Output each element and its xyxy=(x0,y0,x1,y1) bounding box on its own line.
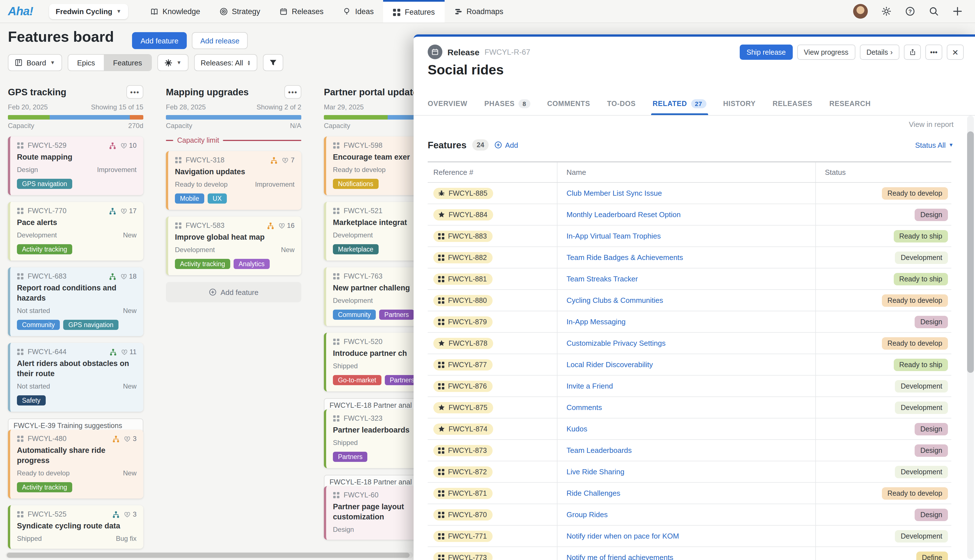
feature-ref-pill[interactable]: FWCYL-882 xyxy=(433,252,493,263)
tag[interactable]: Activity tracking xyxy=(17,482,72,492)
avatar[interactable] xyxy=(853,4,868,18)
feature-ref-pill[interactable]: FWCYL-871 xyxy=(433,488,493,499)
feature-ref-pill[interactable]: FWCYL-872 xyxy=(433,466,493,477)
column-menu-button[interactable]: ••• xyxy=(284,85,301,99)
feature-link[interactable]: Group Rides xyxy=(566,510,608,519)
feature-card[interactable]: FWCYL-644#11 Alert riders about obstacle… xyxy=(8,343,143,412)
status-badge[interactable]: Ready to ship xyxy=(893,273,948,285)
tab-phases[interactable]: PHASES8 xyxy=(484,92,530,115)
filter-button[interactable] xyxy=(263,54,284,71)
tab-comments[interactable]: COMMENTS xyxy=(547,92,590,115)
tag[interactable]: Partners xyxy=(379,310,414,320)
feature-ref-pill[interactable]: FWCYL-879 xyxy=(433,316,493,327)
feature-ref-pill[interactable]: FWCYL-881 xyxy=(433,273,493,285)
board-settings-button[interactable]: ▼ xyxy=(157,54,188,71)
details-button[interactable]: Details› xyxy=(860,45,899,60)
feature-link[interactable]: In-App Virtual Team Trophies xyxy=(566,232,661,240)
feature-link[interactable]: Notify rider when on pace for KOM xyxy=(566,532,679,540)
tag[interactable]: Analytics xyxy=(234,259,270,269)
feature-link[interactable]: Customizable Privacy Settings xyxy=(566,339,666,347)
more-options-button[interactable]: ••• xyxy=(925,45,942,60)
tab-related[interactable]: RELATED27 xyxy=(653,92,706,115)
tag[interactable]: Community xyxy=(333,310,376,320)
status-badge[interactable]: Development xyxy=(895,530,948,542)
horizontal-scrollbar-thumb[interactable] xyxy=(7,553,410,558)
status-badge[interactable]: Design xyxy=(915,208,948,221)
feature-link[interactable]: Club Member List Sync Issue xyxy=(566,189,662,197)
tag[interactable]: Community xyxy=(17,320,60,330)
feature-ref-pill[interactable]: FWCYL-874 xyxy=(433,423,493,435)
close-icon[interactable]: ✕ xyxy=(947,45,964,60)
status-badge[interactable]: Design xyxy=(915,423,948,435)
feature-ref-pill[interactable]: FWCYL-870 xyxy=(433,509,493,520)
nav-item-features[interactable]: Features xyxy=(383,0,445,23)
status-badge[interactable]: Development xyxy=(895,401,948,414)
feature-card[interactable]: FWCYL-583#16 Improve global heat map Dev… xyxy=(166,217,301,275)
tag[interactable]: Safety xyxy=(17,395,45,405)
feature-link[interactable]: Monthly Leaderboard Reset Option xyxy=(566,210,681,219)
view-selector-board[interactable]: Board ▼ xyxy=(8,54,62,71)
nav-item-roadmaps[interactable]: Roadmaps xyxy=(444,0,513,23)
feature-link[interactable]: Team Ride Badges & Achievements xyxy=(566,253,683,262)
feature-ref-pill[interactable]: FWCYL-877 xyxy=(433,359,493,370)
toggle-epics[interactable]: Epics xyxy=(68,55,104,70)
feature-ref-pill[interactable]: FWCYL-884 xyxy=(433,209,493,220)
add-feature-ghost-button[interactable]: Add feature xyxy=(166,282,301,302)
status-badge[interactable]: Design xyxy=(915,444,948,457)
feature-ref-pill[interactable]: FWCYL-876 xyxy=(433,380,493,392)
vertical-scrollbar-thumb[interactable] xyxy=(967,132,974,373)
plus-icon[interactable] xyxy=(952,6,963,17)
status-badge[interactable]: Ready to ship xyxy=(893,358,948,371)
feature-link[interactable]: Invite a Friend xyxy=(566,382,613,390)
status-badge[interactable]: Ready to develop xyxy=(882,187,948,199)
status-badge[interactable]: Development xyxy=(895,465,948,478)
tag[interactable]: Activity tracking xyxy=(17,244,72,254)
feature-link[interactable]: Kudos xyxy=(566,425,588,433)
help-icon[interactable]: ? xyxy=(905,6,915,17)
status-badge[interactable]: Ready to develop xyxy=(882,487,948,499)
tag[interactable]: Notifications xyxy=(333,179,378,189)
toggle-features[interactable]: Features xyxy=(104,55,151,70)
tag[interactable]: Mobile xyxy=(175,193,204,203)
feature-ref-pill[interactable]: FWCYL-878 xyxy=(433,338,493,349)
tag[interactable]: Partners xyxy=(333,452,367,462)
horizontal-scrollbar[interactable] xyxy=(6,552,413,558)
nav-item-strategy[interactable]: Strategy xyxy=(210,0,270,23)
tab-research[interactable]: RESEARCH xyxy=(830,92,871,115)
feature-link[interactable]: Team Leaderboards xyxy=(566,446,632,455)
status-badge[interactable]: Development xyxy=(895,251,948,263)
feature-ref-pill[interactable]: FWCYL-885 xyxy=(433,188,493,199)
nav-item-ideas[interactable]: Ideas xyxy=(333,0,383,23)
add-feature-button[interactable]: Add feature xyxy=(132,32,187,49)
feature-link[interactable]: Local Rider Discoverability xyxy=(566,360,653,369)
view-in-report-link[interactable]: View in report xyxy=(909,120,954,128)
tag[interactable]: GPS navigation xyxy=(17,179,72,189)
status-badge[interactable]: Design xyxy=(915,315,948,328)
tab-todos[interactable]: TO-DOS xyxy=(607,92,636,115)
feature-card[interactable]: FWCYL-683#18 Report road conditions and … xyxy=(8,267,143,336)
feature-ref-pill[interactable]: FWCYL-880 xyxy=(433,295,493,306)
feature-link[interactable]: Team Streaks Tracker xyxy=(566,275,638,283)
feature-ref-pill[interactable]: FWCYL-773 xyxy=(433,552,493,560)
view-progress-button[interactable]: View progress xyxy=(797,45,855,60)
gear-icon[interactable] xyxy=(882,6,892,17)
status-badge[interactable]: Development xyxy=(895,380,948,392)
add-release-button[interactable]: Add release xyxy=(192,32,248,49)
status-badge[interactable]: Ready to ship xyxy=(893,230,948,242)
feature-link[interactable]: Cycling Clubs & Communities xyxy=(566,296,663,305)
feature-link[interactable]: Notify me of friend achievements xyxy=(566,553,673,560)
feature-ref-pill[interactable]: FWCYL-873 xyxy=(433,445,493,456)
status-badge[interactable]: Ready to develop xyxy=(882,294,948,307)
tag[interactable]: Go-to-market xyxy=(333,375,381,385)
feature-card[interactable]: FWCYL-770#17 Pace alerts DevelopmentNew … xyxy=(8,202,143,260)
tab-releases[interactable]: RELEASES xyxy=(773,92,813,115)
tab-history[interactable]: HISTORY xyxy=(723,92,756,115)
feature-ref-pill[interactable]: FWCYL-771 xyxy=(433,530,493,542)
tag[interactable]: GPS navigation xyxy=(63,320,119,330)
status-badge[interactable]: Define xyxy=(916,551,948,560)
ship-release-button[interactable]: Ship release xyxy=(740,45,793,60)
add-related-feature-link[interactable]: Add xyxy=(494,141,518,149)
feature-card[interactable]: FWCYL-480#3 Automatically share ride pro… xyxy=(8,430,143,498)
status-badge[interactable]: Design xyxy=(915,508,948,521)
tag[interactable]: Marketplace xyxy=(333,244,378,254)
